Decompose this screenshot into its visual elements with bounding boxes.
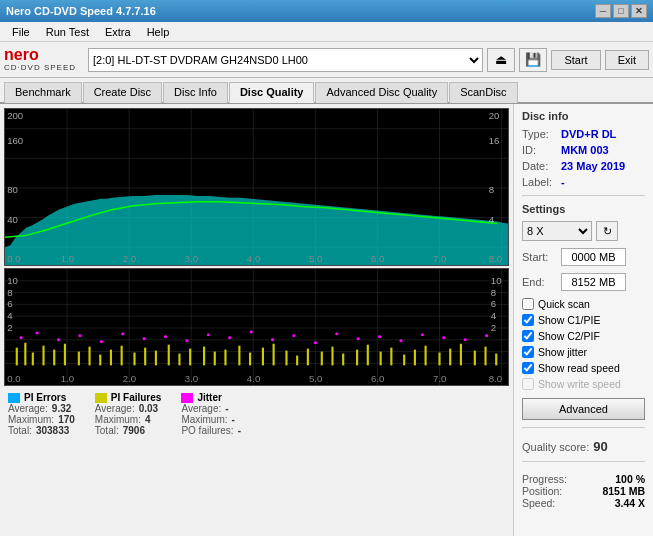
svg-rect-56 — [110, 350, 112, 366]
svg-rect-85 — [449, 349, 451, 366]
progress-row: Progress: 100 % — [522, 473, 645, 485]
svg-point-96 — [143, 337, 146, 340]
svg-rect-79 — [380, 352, 382, 366]
svg-text:4: 4 — [7, 311, 12, 321]
svg-point-90 — [19, 336, 22, 339]
svg-point-109 — [421, 333, 424, 336]
svg-text:0.0: 0.0 — [7, 374, 20, 384]
toolbar: nero CD·DVD SPEED [2:0] HL-DT-ST DVDRAM … — [0, 42, 653, 78]
svg-point-102 — [271, 338, 274, 341]
quick-scan-checkbox[interactable] — [522, 298, 534, 310]
svg-text:8.0: 8.0 — [489, 254, 502, 264]
title-bar: Nero CD-DVD Speed 4.7.7.16 ─ □ ✕ — [0, 0, 653, 22]
disc-date-row: Date: 23 May 2019 — [522, 160, 645, 172]
svg-rect-63 — [189, 349, 191, 366]
divider-1 — [522, 195, 645, 196]
tab-advanced-disc-quality[interactable]: Advanced Disc Quality — [315, 82, 448, 103]
svg-rect-61 — [168, 345, 170, 366]
drive-select[interactable]: [2:0] HL-DT-ST DVDRAM GH24NSD0 LH00 — [88, 48, 483, 72]
tab-disc-quality[interactable]: Disc Quality — [229, 82, 315, 103]
top-chart: 200 160 80 40 20 16 8 4 0.0 1.0 2.0 3.0 … — [5, 109, 508, 265]
close-button[interactable]: ✕ — [631, 4, 647, 18]
svg-rect-71 — [285, 351, 287, 366]
show-read-speed-checkbox[interactable] — [522, 362, 534, 374]
svg-rect-48 — [24, 343, 26, 366]
logo-sub: CD·DVD SPEED — [4, 63, 76, 72]
svg-rect-88 — [484, 347, 486, 366]
svg-text:8: 8 — [7, 288, 12, 298]
svg-text:1.0: 1.0 — [61, 254, 74, 264]
speed-row-2: Speed: 3.44 X — [522, 497, 645, 509]
show-jitter-checkbox[interactable] — [522, 346, 534, 358]
svg-text:7.0: 7.0 — [433, 374, 446, 384]
tab-benchmark[interactable]: Benchmark — [4, 82, 82, 103]
svg-text:4.0: 4.0 — [247, 254, 260, 264]
date-value: 23 May 2019 — [561, 160, 625, 172]
svg-rect-76 — [342, 354, 344, 366]
svg-rect-52 — [64, 344, 66, 366]
svg-point-107 — [378, 335, 381, 338]
svg-rect-60 — [155, 351, 157, 366]
speed-select[interactable]: 8 X 4 X 2 X Max — [522, 221, 592, 241]
advanced-button[interactable]: Advanced — [522, 398, 645, 420]
tab-disc-info[interactable]: Disc Info — [163, 82, 228, 103]
show-read-speed-label: Show read speed — [538, 362, 620, 374]
eject-icon-btn[interactable]: ⏏ — [487, 48, 515, 72]
end-mb-input[interactable] — [561, 273, 626, 291]
svg-point-97 — [164, 335, 167, 338]
svg-text:1.0: 1.0 — [61, 374, 74, 384]
show-c2pif-checkbox[interactable] — [522, 330, 534, 342]
menu-run-test[interactable]: Run Test — [38, 24, 97, 40]
refresh-icon-btn[interactable]: ↻ — [596, 221, 618, 241]
legend-area: PI Errors Average: 9.32 Maximum: 170 Tot… — [4, 388, 509, 436]
menu-bar: File Run Test Extra Help — [0, 22, 653, 42]
pi-failures-avg-label: Average: — [95, 403, 135, 414]
pi-errors-color-box — [8, 393, 20, 403]
svg-text:5.0: 5.0 — [309, 254, 322, 264]
svg-text:5.0: 5.0 — [309, 374, 322, 384]
menu-file[interactable]: File — [4, 24, 38, 40]
menu-help[interactable]: Help — [139, 24, 178, 40]
svg-point-106 — [357, 337, 360, 340]
svg-rect-81 — [403, 355, 405, 366]
quick-scan-row: Quick scan — [522, 298, 645, 310]
show-c1pie-checkbox[interactable] — [522, 314, 534, 326]
svg-text:4.0: 4.0 — [247, 374, 260, 384]
tab-create-disc[interactable]: Create Disc — [83, 82, 162, 103]
svg-rect-68 — [249, 353, 251, 366]
svg-text:4: 4 — [489, 215, 494, 225]
progress-value: 100 % — [615, 473, 645, 485]
legend-jitter: Jitter Average: - Maximum: - PO failures… — [181, 392, 241, 436]
disc-info-title: Disc info — [522, 110, 645, 122]
exit-button[interactable]: Exit — [605, 50, 649, 70]
svg-text:2: 2 — [491, 323, 496, 333]
quality-score-label: Quality score: — [522, 441, 589, 453]
svg-rect-51 — [53, 350, 55, 366]
settings-title: Settings — [522, 203, 645, 215]
svg-text:6.0: 6.0 — [371, 374, 384, 384]
show-write-speed-row: Show write speed — [522, 378, 645, 390]
menu-extra[interactable]: Extra — [97, 24, 139, 40]
title-controls: ─ □ ✕ — [595, 4, 647, 18]
maximize-button[interactable]: □ — [613, 4, 629, 18]
svg-rect-74 — [321, 352, 323, 366]
logo-text: nero — [4, 47, 39, 63]
bottom-chart: 10 8 6 4 2 10 8 6 4 2 0.0 1.0 2.0 3.0 4.… — [5, 269, 508, 385]
pi-failures-max-label: Maximum: — [95, 414, 141, 425]
disc-id-row: ID: MKM 003 — [522, 144, 645, 156]
pi-errors-label: PI Errors — [24, 392, 66, 403]
svg-rect-89 — [495, 354, 497, 366]
save-icon-btn[interactable]: 💾 — [519, 48, 547, 72]
svg-text:6: 6 — [491, 300, 496, 310]
jitter-po-label: PO failures: — [181, 425, 233, 436]
svg-point-100 — [228, 336, 231, 339]
start-mb-input[interactable] — [561, 248, 626, 266]
legend-pi-errors: PI Errors Average: 9.32 Maximum: 170 Tot… — [8, 392, 75, 436]
main-content: 200 160 80 40 20 16 8 4 0.0 1.0 2.0 3.0 … — [0, 104, 653, 536]
start-button[interactable]: Start — [551, 50, 600, 70]
minimize-button[interactable]: ─ — [595, 4, 611, 18]
chart-area: 200 160 80 40 20 16 8 4 0.0 1.0 2.0 3.0 … — [0, 104, 513, 536]
svg-point-94 — [100, 340, 103, 343]
svg-text:8: 8 — [491, 288, 496, 298]
tab-scan-disc[interactable]: ScanDisc — [449, 82, 517, 103]
